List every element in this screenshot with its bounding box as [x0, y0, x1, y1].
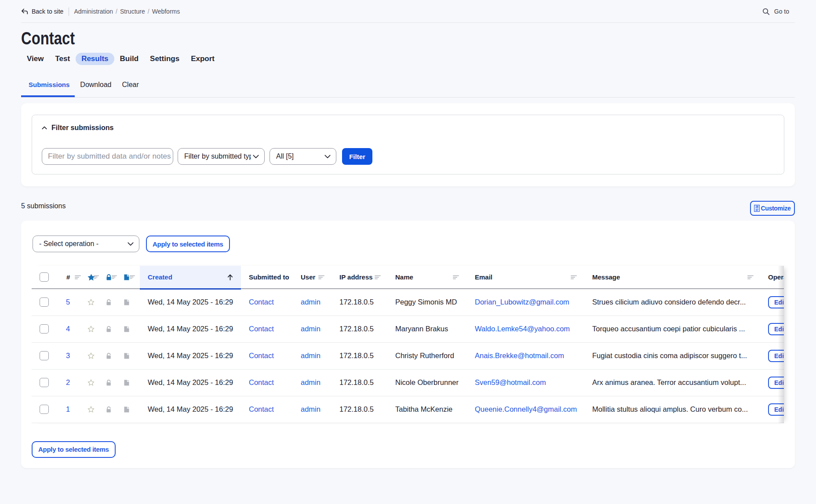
svg-text:37: 37 — [756, 208, 759, 211]
svg-text:26: 26 — [756, 205, 759, 208]
